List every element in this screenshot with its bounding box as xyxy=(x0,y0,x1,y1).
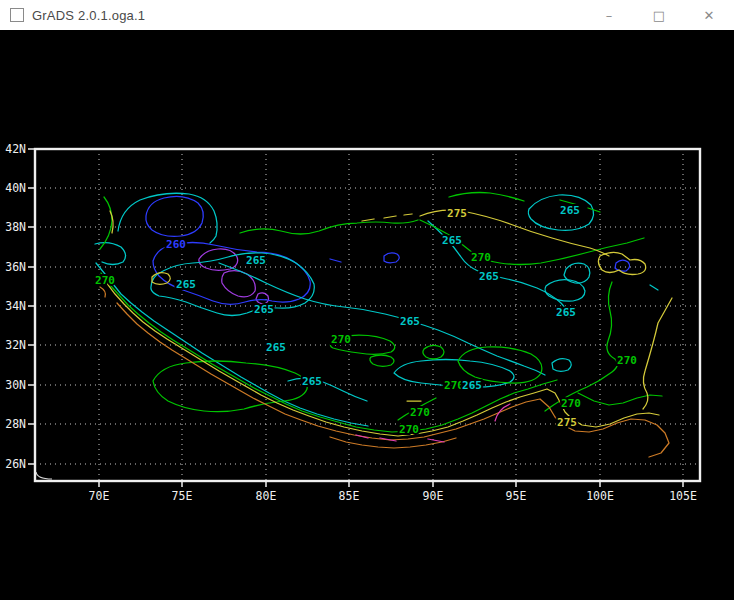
contour-label: 265 xyxy=(400,315,420,328)
contour-label: 265 xyxy=(560,204,580,217)
contour-label: 265 xyxy=(302,375,322,388)
contour-line-285 xyxy=(495,404,510,421)
contour-line-265 xyxy=(564,263,590,283)
contour-label: 270 xyxy=(561,397,581,410)
contour-label: 265 xyxy=(254,303,274,316)
y-axis-tick-label: 38N xyxy=(5,220,26,234)
contour-label: 270 xyxy=(95,274,115,287)
contour-line-270 xyxy=(423,345,444,359)
contour-line-260 xyxy=(384,253,399,263)
grads-canvas: 70E75E80E85E90E95E100E105E42N40N38N36N34… xyxy=(0,30,734,600)
x-axis-tick-label: 85E xyxy=(339,489,360,503)
maximize-button[interactable]: □ xyxy=(634,0,684,30)
close-icon: ✕ xyxy=(704,8,715,23)
contour-label: 275 xyxy=(447,207,467,220)
grads-window: GrADS 2.0.1.oga.1 – □ ✕ 70E75E80E85E90E9… xyxy=(0,0,734,600)
contour-line-265 xyxy=(552,359,571,372)
y-axis-tick-label: 40N xyxy=(5,181,26,195)
contour-label: 270 xyxy=(399,423,419,436)
contour-label: 270 xyxy=(471,251,491,264)
x-axis-tick-label: 75E xyxy=(172,489,193,503)
y-axis-tick-label: 30N xyxy=(5,378,26,392)
contour-line-270 xyxy=(240,220,418,234)
contour-line-275 xyxy=(643,298,672,409)
x-axis-tick-label: 95E xyxy=(506,489,527,503)
x-axis-tick-label: 100E xyxy=(586,489,614,503)
y-axis-tick-label: 42N xyxy=(5,142,26,156)
x-axis-tick-label: 80E xyxy=(256,489,277,503)
contour-line-280 xyxy=(117,303,669,457)
contour-label: 270 xyxy=(410,406,430,419)
contour-line-270 xyxy=(153,361,307,412)
contour-line-265 xyxy=(650,285,658,290)
window-titlebar: GrADS 2.0.1.oga.1 – □ ✕ xyxy=(0,0,734,30)
contour-line-270 xyxy=(458,347,542,383)
y-axis-tick-label: 26N xyxy=(5,457,26,471)
window-controls: – □ ✕ xyxy=(584,0,734,30)
contour-line-270 xyxy=(370,355,394,366)
contour-line-265 xyxy=(288,378,367,401)
minimize-icon: – xyxy=(606,8,613,23)
close-button[interactable]: ✕ xyxy=(684,0,734,30)
contour-line-260 xyxy=(146,196,203,236)
minimize-button[interactable]: – xyxy=(584,0,634,30)
contour-label: 265 xyxy=(246,254,266,267)
x-axis-tick-label: 90E xyxy=(423,489,444,503)
contour-line-270 xyxy=(545,282,617,411)
contour-line-280 xyxy=(100,287,105,297)
contour-label: 270 xyxy=(617,354,637,367)
contour-label: 260 xyxy=(166,238,186,251)
app-icon[interactable] xyxy=(10,8,24,22)
contour-label: 265 xyxy=(479,270,499,283)
x-axis-tick-label: 105E xyxy=(669,489,697,503)
contour-line-265 xyxy=(96,263,368,426)
y-axis-tick-label: 34N xyxy=(5,299,26,313)
contour-label: 270 xyxy=(331,333,351,346)
y-axis-tick-label: 32N xyxy=(5,338,26,352)
maximize-icon: □ xyxy=(653,8,665,23)
x-axis-tick-label: 70E xyxy=(89,489,110,503)
contour-line-255 xyxy=(222,271,256,297)
contour-line-275 xyxy=(106,282,659,436)
contour-line-275 xyxy=(362,214,412,221)
contour-label: 270 xyxy=(444,379,464,392)
contour-line-265 xyxy=(95,243,126,265)
contour-line-270 xyxy=(578,393,662,405)
contour-label: 265 xyxy=(442,234,462,247)
contour-label: 265 xyxy=(266,341,286,354)
contour-line-260 xyxy=(615,260,630,271)
contour-label: 265 xyxy=(176,278,196,291)
contour-line-270 xyxy=(449,193,524,202)
plot-svg: 70E75E80E85E90E95E100E105E42N40N38N36N34… xyxy=(0,30,734,600)
contour-label: 265 xyxy=(462,379,482,392)
y-axis-tick-label: 36N xyxy=(5,260,26,274)
contour-label: 275 xyxy=(557,416,577,429)
window-title: GrADS 2.0.1.oga.1 xyxy=(32,8,145,23)
y-axis-tick-label: 28N xyxy=(5,417,26,431)
map-outline xyxy=(36,472,52,479)
contour-line-260 xyxy=(330,259,341,262)
contour-line-270 xyxy=(100,197,112,249)
contour-line-280 xyxy=(330,437,456,448)
contour-label: 265 xyxy=(556,306,576,319)
